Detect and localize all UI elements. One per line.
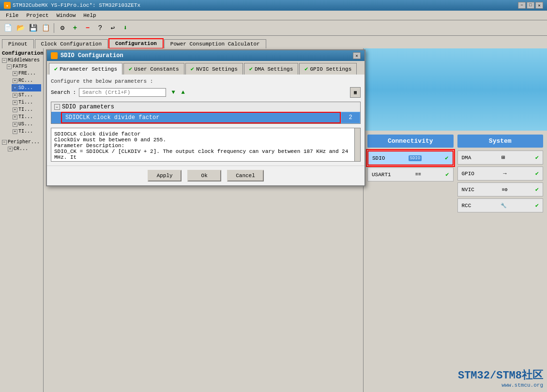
sidebar-fatfs[interactable]: − FATFS [7, 63, 41, 70]
middlewares-expand[interactable]: − [2, 58, 7, 63]
fatfs-label: FATFS [13, 64, 27, 69]
menu-window[interactable]: Window [53, 12, 80, 19]
cr-expand[interactable]: + [8, 147, 13, 151]
tab-power-calc[interactable]: Power Consumption Calculator [164, 39, 266, 48]
ti2-expand[interactable]: + [13, 107, 17, 112]
nvic-tab-check: ✔ [191, 65, 194, 73]
toolbar-undo[interactable]: ↩ [107, 22, 119, 34]
user-tab-check: ✔ [129, 65, 132, 73]
toolbar-gear[interactable]: ⚙ [57, 22, 68, 34]
usart1-panel-button[interactable]: USART1 ≡≡ ✔ [367, 167, 454, 181]
sidebar-st[interactable]: + ST... [12, 91, 41, 99]
gpio-tab-label: GPIO Settings [310, 66, 351, 72]
rcc-label: RCC [462, 203, 471, 209]
sidebar-ti1[interactable]: + Ti... [12, 99, 41, 106]
apply-button[interactable]: Apply [148, 170, 182, 181]
toolbar-sep1 [54, 23, 54, 33]
tab-parameter-settings[interactable]: ✔ Parameter Settings [49, 63, 122, 75]
dma-check-icon: ✔ [535, 154, 539, 161]
menu-bar: File Project Window Help [0, 11, 547, 20]
sdio-panel-button[interactable]: SDIO SDIO ✔ [367, 151, 454, 166]
param-row-selected[interactable]: SDIOCLK clock divide factor 2 [51, 112, 360, 123]
watermark-sub: www.stmcu.org [458, 382, 543, 388]
tab-dma-settings[interactable]: ✔ DMA Settings [244, 63, 298, 75]
sidebar-rc[interactable]: + RC... [12, 77, 41, 84]
toolbar-copy[interactable]: 📋 [40, 22, 51, 34]
search-nav: ▼ ▲ [169, 88, 187, 97]
rcc-panel-button[interactable]: RCC 🔧 ✔ [457, 198, 544, 212]
nvic-panel-button[interactable]: NVIC ≡⚙ ✔ [457, 182, 544, 196]
tab-nvic-settings[interactable]: ✔ NVIC Settings [185, 63, 243, 75]
tab-user-constants[interactable]: ✔ User Constants [123, 63, 184, 75]
sidebar-us[interactable]: + US... [12, 121, 41, 128]
sidebar-sd[interactable]: + SD... [12, 84, 41, 91]
dialog-close-button[interactable]: ✕ [353, 52, 361, 59]
sidebar-peripherals[interactable]: − Peripher... [2, 139, 41, 145]
search-input[interactable] [79, 88, 166, 97]
toolbar-open[interactable]: 📂 [15, 22, 26, 34]
close-button[interactable]: ✕ [535, 2, 543, 9]
sidebar-ti4[interactable]: + TI... [12, 128, 41, 135]
sidebar-fre[interactable]: + FRE... [12, 70, 41, 77]
search-up-button[interactable]: ▲ [179, 88, 187, 97]
tab-bar: Pinout Clock Configuration Configuration… [0, 36, 547, 48]
params-container: − SDIO parameters SDIOCLK clock divide f… [51, 102, 361, 124]
section-expand[interactable]: − [54, 104, 60, 110]
fre-expand[interactable]: + [13, 71, 17, 76]
toolbar-save[interactable]: 💾 [27, 22, 39, 34]
peripherals-expand[interactable]: − [2, 140, 7, 145]
menu-project[interactable]: Project [22, 12, 52, 19]
dialog-title-bar: SDIO Configuration ✕ [47, 50, 365, 61]
fatfs-expand[interactable]: − [7, 64, 12, 69]
desc-scrollbar[interactable] [354, 128, 360, 161]
system-section: System DMA ⊞ ✔ GPIO → ✔ NVIC ≡⚙ ✔ RCC [457, 135, 544, 214]
ti1-expand[interactable]: + [13, 100, 17, 105]
cancel-button[interactable]: Cancel [227, 170, 264, 181]
sidebar-middlewares[interactable]: − MiddleWares [2, 57, 41, 63]
toolbar-help[interactable]: ? [94, 22, 106, 34]
maximize-button[interactable]: □ [527, 2, 534, 9]
sidebar-ti3[interactable]: + TI... [12, 113, 41, 121]
sidebar-cr[interactable]: + CR... [7, 145, 41, 152]
nvic-icon: ≡⚙ [502, 187, 508, 193]
search-bar: Search : ▼ ▲ ▦ [51, 87, 361, 98]
sd-expand[interactable]: + [13, 86, 17, 90]
tab-gpio-settings[interactable]: ✔ GPIO Settings [299, 63, 357, 75]
ok-button[interactable]: Ok [187, 170, 221, 181]
peripherals-tree: + CR... [2, 145, 41, 152]
menu-file[interactable]: File [2, 12, 22, 19]
desc-text: SDIOCLK clock divide factor ClockDiv mus… [54, 131, 357, 160]
st-expand[interactable]: + [13, 93, 17, 98]
gpio-icon: → [503, 170, 506, 177]
param-name: SDIOCLK clock divide factor [61, 112, 341, 123]
tab-configuration[interactable]: Configuration [109, 39, 163, 48]
toolbar-new[interactable]: 📄 [2, 22, 14, 34]
dma-tab-check: ✔ [249, 65, 253, 73]
sidebar-ti2[interactable]: + TI... [12, 106, 41, 113]
grid-view-button[interactable]: ▦ [350, 87, 361, 98]
gpio-panel-button[interactable]: GPIO → ✔ [457, 166, 544, 181]
main-content: Configuration − MiddleWares − FATFS + FR… [0, 48, 547, 392]
search-down-button[interactable]: ▼ [169, 88, 178, 97]
rc-expand[interactable]: + [13, 78, 17, 83]
connectivity-title: Connectivity [367, 135, 454, 148]
ti4-expand[interactable]: + [13, 129, 17, 134]
right-panel: Connectivity SDIO SDIO ✔ USART1 ≡≡ ✔ Sys… [363, 48, 547, 392]
middlewares-label: MiddleWares [8, 58, 40, 63]
us-expand[interactable]: + [13, 122, 17, 127]
panel-sections: Connectivity SDIO SDIO ✔ USART1 ≡≡ ✔ Sys… [364, 131, 547, 218]
tab-clock-config[interactable]: Clock Configuration [35, 39, 108, 48]
toolbar-add[interactable]: + [69, 22, 81, 34]
dma-panel-button[interactable]: DMA ⊞ ✔ [457, 151, 544, 165]
params-section-header[interactable]: − SDIO parameters [51, 102, 360, 112]
menu-help[interactable]: Help [79, 12, 100, 19]
minimize-button[interactable]: − [518, 2, 526, 9]
sidebar-tree: − FATFS + FRE... + RC... [2, 63, 41, 135]
title-bar-controls[interactable]: − □ ✕ [518, 2, 543, 9]
title-bar-left: ★ STM32CubeMX YS-F1Pro.ioc*: STM32F103ZE… [4, 2, 140, 9]
toolbar-down[interactable]: ⬇ [120, 22, 131, 34]
toolbar-remove[interactable]: − [82, 22, 93, 34]
toolbar: 📄 📂 💾 📋 ⚙ + − ? ↩ ⬇ [0, 20, 547, 36]
ti3-expand[interactable]: + [13, 115, 17, 120]
tab-pinout[interactable]: Pinout [2, 39, 34, 48]
